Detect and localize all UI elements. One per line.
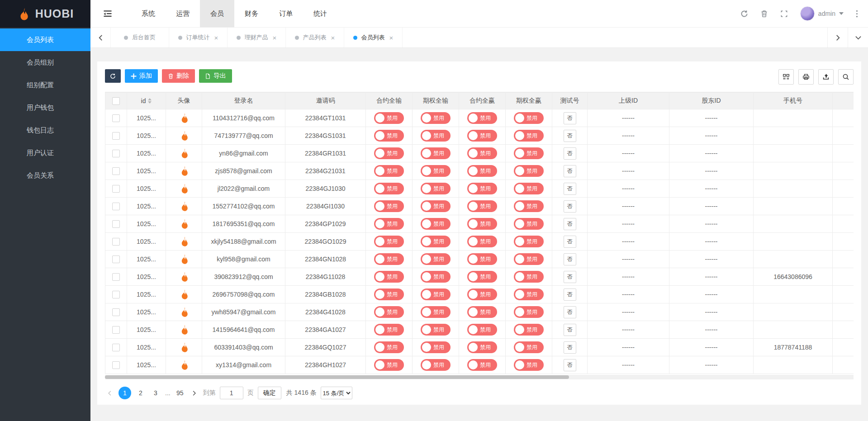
toggle-option-lose[interactable]: 禁用 (421, 165, 451, 177)
tab-close-icon[interactable]: × (389, 34, 394, 41)
prev-page-button[interactable] (105, 391, 114, 396)
top-menu-item[interactable]: 统计 (303, 0, 337, 27)
toggle-contract-lose[interactable]: 禁用 (374, 324, 404, 336)
column-header-手机号[interactable]: 手机号 (754, 93, 833, 109)
toggle-option-win[interactable]: 禁用 (514, 324, 544, 336)
toggle-option-lose[interactable]: 禁用 (421, 306, 451, 318)
more-menu-icon[interactable] (856, 10, 858, 18)
column-header-期权全赢[interactable]: 期权全赢 (506, 93, 552, 109)
page-number-3[interactable]: 3 (150, 389, 161, 397)
toggle-contract-win[interactable]: 禁用 (467, 236, 497, 247)
toggle-option-win[interactable]: 禁用 (514, 130, 544, 142)
tab-close-icon[interactable]: × (331, 34, 335, 41)
row-checkbox[interactable] (112, 238, 120, 246)
test-flag-button[interactable]: 否 (564, 289, 576, 301)
tab-scroll-right-button[interactable] (827, 28, 848, 47)
toggle-option-win[interactable]: 禁用 (514, 289, 544, 300)
row-checkbox[interactable] (112, 203, 120, 210)
page-size-select[interactable]: 15 条/页 (321, 387, 352, 399)
toggle-option-lose[interactable]: 禁用 (421, 112, 451, 124)
toggle-contract-win[interactable]: 禁用 (467, 324, 497, 336)
toggle-contract-lose[interactable]: 禁用 (374, 218, 404, 230)
export-data-button[interactable] (818, 69, 834, 85)
toggle-option-win[interactable]: 禁用 (514, 165, 544, 177)
column-header-合约全输[interactable]: 合约全输 (366, 93, 413, 109)
avatar[interactable] (800, 6, 815, 21)
toggle-option-win[interactable]: 禁用 (514, 271, 544, 283)
toggle-contract-lose[interactable]: 禁用 (374, 236, 404, 247)
toggle-contract-lose[interactable]: 禁用 (374, 165, 404, 177)
top-menu-item[interactable]: 财务 (234, 0, 269, 27)
tab-options-button[interactable] (848, 28, 868, 47)
toggle-contract-lose[interactable]: 禁用 (374, 183, 404, 194)
row-checkbox[interactable] (112, 344, 120, 351)
tab-后台首页[interactable]: 后台首页 (111, 28, 169, 47)
toggle-option-lose[interactable]: 禁用 (421, 359, 451, 371)
page-number-95[interactable]: 95 (175, 389, 185, 397)
tab-产品列表[interactable]: 产品列表× (286, 28, 344, 47)
row-checkbox[interactable] (112, 326, 120, 334)
row-checkbox[interactable] (112, 308, 120, 316)
toggle-contract-lose[interactable]: 禁用 (374, 130, 404, 142)
toggle-option-lose[interactable]: 禁用 (421, 341, 451, 353)
toggle-option-win[interactable]: 禁用 (514, 147, 544, 159)
toggle-contract-lose[interactable]: 禁用 (374, 200, 404, 212)
toggle-contract-lose[interactable]: 禁用 (374, 341, 404, 353)
sidebar-item-会员组别[interactable]: 会员组别 (0, 51, 90, 74)
sidebar-item-会员列表[interactable]: 会员列表 (0, 28, 90, 51)
tab-理财产品[interactable]: 理财产品× (228, 28, 286, 47)
toggle-contract-win[interactable]: 禁用 (467, 200, 497, 212)
test-flag-button[interactable]: 否 (564, 200, 576, 213)
toggle-option-lose[interactable]: 禁用 (421, 289, 451, 300)
toggle-contract-lose[interactable]: 禁用 (374, 359, 404, 371)
toggle-contract-win[interactable]: 禁用 (467, 183, 497, 194)
refresh-icon[interactable] (740, 10, 748, 18)
row-checkbox[interactable] (112, 291, 120, 298)
row-checkbox[interactable] (112, 114, 120, 122)
sidebar-item-组别配置[interactable]: 组别配置 (0, 74, 90, 96)
column-header-股东ID[interactable]: 股东ID (669, 93, 754, 109)
sidebar-item-钱包日志[interactable]: 钱包日志 (0, 119, 90, 142)
column-filter-button[interactable] (778, 69, 794, 85)
test-flag-button[interactable]: 否 (564, 236, 576, 248)
row-checkbox[interactable] (112, 255, 120, 263)
toggle-contract-win[interactable]: 禁用 (467, 253, 497, 265)
toggle-contract-lose[interactable]: 禁用 (374, 271, 404, 283)
toggle-option-lose[interactable]: 禁用 (421, 200, 451, 212)
column-header-期权全输[interactable]: 期权全输 (413, 93, 459, 109)
toggle-option-lose[interactable]: 禁用 (421, 253, 451, 265)
toggle-option-win[interactable]: 禁用 (514, 200, 544, 212)
row-checkbox[interactable] (112, 150, 120, 157)
goto-page-input[interactable] (220, 387, 243, 399)
toggle-option-win[interactable]: 禁用 (514, 306, 544, 318)
toggle-option-win[interactable]: 禁用 (514, 359, 544, 371)
column-header-id[interactable]: id (127, 93, 166, 109)
tab-close-icon[interactable]: × (214, 34, 218, 41)
page-number-2[interactable]: 2 (135, 389, 146, 397)
row-checkbox[interactable] (112, 273, 120, 281)
toggle-contract-win[interactable]: 禁用 (467, 271, 497, 283)
test-flag-button[interactable]: 否 (564, 147, 576, 160)
test-flag-button[interactable]: 否 (564, 359, 576, 371)
toggle-contract-win[interactable]: 禁用 (467, 130, 497, 142)
toggle-option-lose[interactable]: 禁用 (421, 271, 451, 283)
confirm-button[interactable]: 确定 (258, 387, 281, 399)
column-header-测试号[interactable]: 测试号 (552, 93, 588, 109)
sidebar-item-用户钱包[interactable]: 用户钱包 (0, 96, 90, 119)
toggle-option-win[interactable]: 禁用 (514, 253, 544, 265)
toggle-option-win[interactable]: 禁用 (514, 236, 544, 247)
sidebar-item-用户认证[interactable]: 用户认证 (0, 142, 90, 164)
toggle-contract-win[interactable]: 禁用 (467, 289, 497, 300)
toggle-contract-win[interactable]: 禁用 (467, 359, 497, 371)
toggle-contract-lose[interactable]: 禁用 (374, 147, 404, 159)
toggle-option-lose[interactable]: 禁用 (421, 218, 451, 230)
toggle-option-lose[interactable]: 禁用 (421, 130, 451, 142)
print-button[interactable] (798, 69, 814, 85)
select-all-checkbox[interactable] (112, 97, 120, 105)
table-refresh-button[interactable] (105, 69, 121, 83)
column-header-合约全赢[interactable]: 合约全赢 (459, 93, 506, 109)
toggle-contract-lose[interactable]: 禁用 (374, 306, 404, 318)
toggle-option-win[interactable]: 禁用 (514, 341, 544, 353)
tab-close-icon[interactable]: × (273, 34, 277, 41)
test-flag-button[interactable]: 否 (564, 218, 576, 230)
